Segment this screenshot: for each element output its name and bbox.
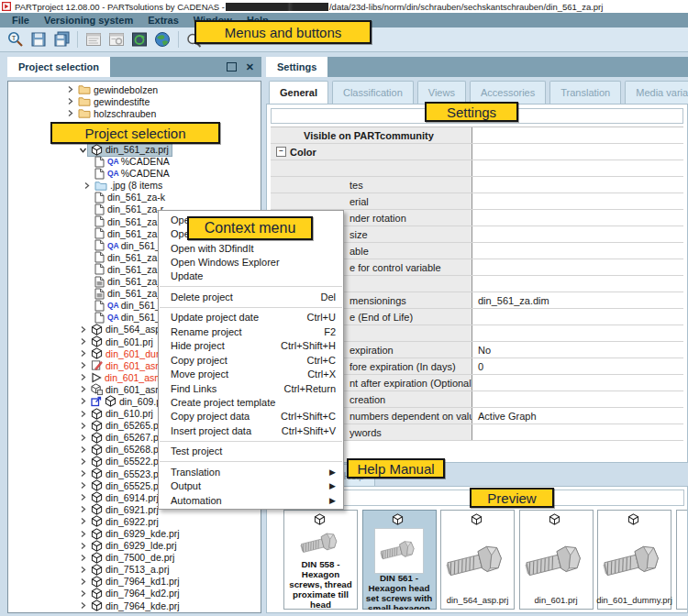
chevron-right-icon[interactable] <box>78 337 88 346</box>
tab-general[interactable]: General <box>269 81 328 104</box>
context-menu-item-find-links[interactable]: Find LinksCtrl+Return <box>159 381 343 395</box>
context-menu-item-translation[interactable]: Translation▶ <box>159 465 343 478</box>
menu-file[interactable]: File <box>6 13 36 28</box>
search-text-icon[interactable]: T <box>6 30 26 50</box>
maximize-panel-icon[interactable] <box>227 62 237 72</box>
tree-item-din-6929-kde-prj[interactable]: din_6929_kde.prj <box>8 527 261 539</box>
chevron-right-icon[interactable] <box>78 601 88 610</box>
settings-row[interactable] <box>271 160 683 177</box>
settings-row-value[interactable] <box>472 127 683 143</box>
context-menu-item-output[interactable]: Output▶ <box>159 478 343 492</box>
settings-row-value[interactable] <box>472 424 683 440</box>
settings-row-value[interactable] <box>472 391 683 407</box>
chevron-right-icon[interactable] <box>78 422 88 430</box>
project-selection-panel-tab[interactable]: Project selection <box>7 57 110 77</box>
save-all-icon[interactable] <box>51 30 72 50</box>
tab-views[interactable]: Views <box>417 81 466 104</box>
context-menu-item-hide-project[interactable]: Hide projectCtrl+Shift+H <box>159 339 343 353</box>
context-menu-item-insert-project-data[interactable]: Insert project dataCtrl+Shift+V <box>159 424 343 437</box>
save-icon[interactable] <box>28 30 49 50</box>
preview-card[interactable]: din_564_asp.prj <box>440 510 515 610</box>
settings-row-value[interactable] <box>472 276 683 292</box>
tree-item-din-7964-kde-prj[interactable]: din_7964_kde.prj <box>8 600 261 611</box>
context-menu-item-copy-project-data[interactable]: Copy project dataCtrl+Shift+C <box>159 410 343 424</box>
settings-row[interactable]: −Color <box>271 144 683 160</box>
chevron-right-icon[interactable] <box>65 97 75 105</box>
chevron-right-icon[interactable] <box>78 589 88 598</box>
settings-row-value[interactable] <box>472 160 683 176</box>
settings-row-value[interactable] <box>472 375 683 390</box>
chevron-right-icon[interactable] <box>65 109 75 117</box>
chevron-right-icon[interactable] <box>78 373 88 381</box>
preview-card[interactable]: DIN 561 - Hexagon head set screws with s… <box>362 510 437 610</box>
settings-panel-tab[interactable]: Settings <box>266 57 327 77</box>
settings-row-value[interactable] <box>472 144 683 160</box>
chevron-right-icon[interactable] <box>78 457 88 466</box>
chevron-right-icon[interactable] <box>78 349 88 358</box>
context-menu-item-copy-project[interactable]: Copy projectCtrl+C <box>159 353 343 367</box>
menu-versioning-system[interactable]: Versioning system <box>38 13 139 28</box>
settings-row-value[interactable] <box>472 259 683 275</box>
chevron-right-icon[interactable] <box>78 481 88 490</box>
settings-row-value[interactable]: Active Graph <box>472 408 683 424</box>
settings-row-value[interactable]: No <box>472 342 683 358</box>
tree-item-gewindestifte[interactable]: gewindestifte <box>8 95 261 107</box>
chevron-right-icon[interactable] <box>78 517 88 525</box>
settings-row[interactable]: Visible on PARTcommunity <box>271 127 683 144</box>
tree-item-din-6922-prj[interactable]: din_6922.prj <box>8 515 261 527</box>
settings-row[interactable]: tes <box>271 177 683 193</box>
window-preview-icon[interactable] <box>83 30 104 50</box>
settings-row-value[interactable] <box>472 177 683 192</box>
close-panel-icon[interactable]: ✕ <box>246 62 254 72</box>
preview-card[interactable]: DIN 558 - Hexagon screws, thread proxima… <box>283 510 358 610</box>
settings-row-value[interactable] <box>472 243 683 258</box>
settings-row-value[interactable] <box>472 309 683 324</box>
window-settings-icon[interactable] <box>106 30 127 50</box>
context-menu-item-update-project-date[interactable]: Update project dateCtrl+U <box>159 311 343 324</box>
tree-item-din-7964-kd2-prj[interactable]: din_7964_kd2.prj <box>8 588 261 600</box>
preview-card[interactable]: din_601.prj <box>519 510 594 610</box>
settings-row-value[interactable] <box>472 325 683 341</box>
chevron-right-icon[interactable] <box>78 554 88 562</box>
preview-card[interactable]: di <box>676 510 688 610</box>
tab-media-variable[interactable]: Media variable <box>625 81 688 104</box>
tree-item-din-561-za-k[interactable]: din_561_za-k <box>8 192 261 204</box>
tree-item-din-7500-de-prj[interactable]: din_7500_de.prj <box>8 552 261 564</box>
chevron-right-icon[interactable] <box>78 542 88 550</box>
chevron-right-icon[interactable] <box>78 385 88 393</box>
chevron-right-icon[interactable] <box>78 505 88 513</box>
chevron-right-icon[interactable] <box>78 361 88 369</box>
chevron-right-icon[interactable] <box>78 410 88 418</box>
tree-item--cadena[interactable]: QA%CADENA <box>8 168 261 180</box>
tree-item--jpg-8-items[interactable]: .jpg (8 items <box>8 180 261 192</box>
context-menu-item-rename-project[interactable]: Rename projectF2 <box>159 324 343 338</box>
menu-extras[interactable]: Extras <box>141 13 185 28</box>
settings-row-value[interactable]: din_561_za.dim <box>472 292 683 308</box>
chevron-down-icon[interactable] <box>78 146 88 154</box>
chevron-right-icon[interactable] <box>78 325 88 334</box>
settings-row-value[interactable] <box>472 226 683 242</box>
tree-item-din-561-za-prj[interactable]: din_561_za.prj <box>8 143 261 155</box>
context-menu-item-update[interactable]: Update <box>159 270 343 283</box>
context-menu-item-test-project[interactable]: Test project <box>159 445 343 458</box>
settings-row-value[interactable]: 0 <box>472 358 683 374</box>
chevron-right-icon[interactable] <box>78 446 88 454</box>
chevron-right-icon[interactable] <box>78 530 88 538</box>
chevron-right-icon[interactable] <box>78 397 88 405</box>
context-menu-item-automation[interactable]: Automation▶ <box>159 493 343 507</box>
chevron-right-icon[interactable] <box>78 578 88 586</box>
tree-item-gewindebolzen[interactable]: gewindebolzen <box>8 83 261 95</box>
collapse-box-icon[interactable]: − <box>276 147 286 157</box>
context-menu-item-open-windows-explorer[interactable]: Open Windows Explorer <box>159 255 343 269</box>
chevron-right-icon[interactable] <box>65 85 75 94</box>
chevron-right-icon[interactable] <box>82 182 92 190</box>
context-menu-item-delete-project[interactable]: Delete projectDel <box>159 290 343 303</box>
chevron-right-icon[interactable] <box>78 434 88 442</box>
tree-item-din-6929-lde-prj[interactable]: din_6929_lde.prj <box>8 540 261 552</box>
tree-item--cadena[interactable]: QA%CADENA <box>8 156 261 168</box>
chevron-right-icon[interactable] <box>78 493 88 501</box>
tab-accessories[interactable]: Accessories <box>470 81 546 104</box>
chevron-right-icon[interactable] <box>78 469 88 478</box>
settings-row[interactable]: erial <box>271 193 683 210</box>
tree-item-holzschrauben[interactable]: holzschrauben <box>8 107 261 119</box>
